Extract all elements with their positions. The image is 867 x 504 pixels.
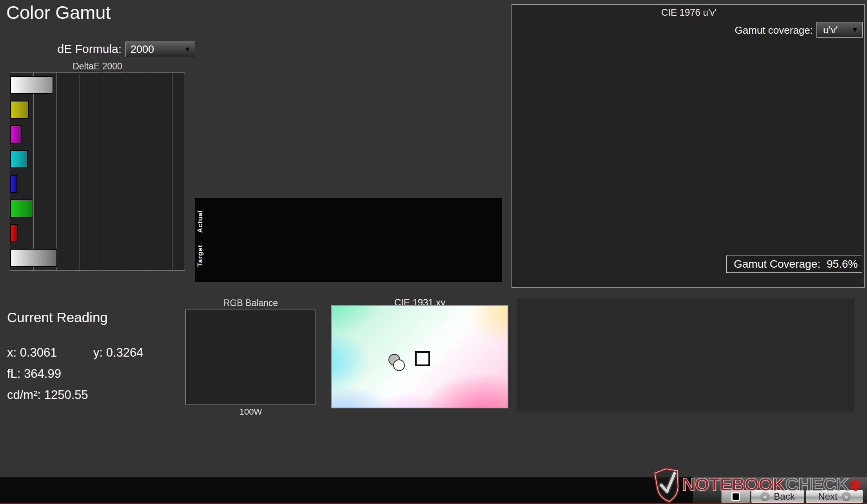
cie1931-diagram <box>331 305 508 408</box>
gamut-coverage-readout: Gamut Coverage: 95.6% <box>726 256 862 273</box>
back-arrow-icon: « <box>760 492 770 501</box>
cie1976-diagram <box>512 5 865 288</box>
deltae-bar-green <box>10 199 33 218</box>
de-formula-dropdown[interactable]: 2000 ▼ <box>125 42 195 57</box>
chevron-down-icon: ▼ <box>184 45 191 54</box>
current-reading-fl: fL: 364.99 <box>7 367 61 381</box>
rgb-balance-x-label: 100W <box>185 407 316 417</box>
current-reading-y: y: 0.3264 <box>93 346 143 360</box>
page-title: Color Gamut <box>6 2 111 23</box>
target-row-label: Target <box>196 238 204 274</box>
de-formula-value: 2000 <box>131 44 154 56</box>
cie1931-target-square <box>415 351 430 366</box>
gridline <box>56 73 57 270</box>
gamut-coverage-value: 95.6% <box>827 258 858 270</box>
gridline <box>33 73 34 270</box>
measurement-table <box>517 299 854 412</box>
stop-icon <box>731 492 740 501</box>
next-button[interactable]: Next » <box>806 490 863 503</box>
deltae-chart <box>10 73 185 271</box>
gamut-coverage-label: Gamut Coverage: <box>734 258 820 270</box>
back-button-label: Back <box>774 491 794 502</box>
actual-target-swatch-strip: Actual Target <box>195 198 502 282</box>
back-button[interactable]: « Back <box>751 490 804 503</box>
deltae-bar-yellow <box>10 101 29 119</box>
deltae-bar-white <box>10 249 57 267</box>
deltae-chart-title: DeltaE 2000 <box>10 61 185 72</box>
next-arrow-icon: » <box>842 492 851 501</box>
current-reading-cd: cd/m²: 1250.55 <box>7 388 88 402</box>
gridline <box>126 73 126 270</box>
gridline <box>80 73 80 270</box>
cie1976-panel: CIE 1976 u'v' Gamut coverage: u'v' ▼ Gam… <box>511 4 865 288</box>
de-formula-label: dE Formula: <box>39 42 122 56</box>
calman-color-gamut-screen: Color Gamut dE Formula: 2000 ▼ DeltaE 20… <box>0 0 867 504</box>
deltae-bar-100w <box>10 76 53 94</box>
stop-button[interactable] <box>721 490 750 503</box>
actual-row-label: Actual <box>196 203 204 239</box>
next-button-label: Next <box>818 491 837 502</box>
gridline <box>149 73 149 270</box>
deltae-bar-blue <box>10 175 17 193</box>
gridline <box>103 73 103 270</box>
gridline <box>172 73 172 270</box>
rgb-balance-chart <box>185 310 316 404</box>
cie1931-measured-point-2 <box>393 359 405 371</box>
deltae-bar-red <box>10 224 18 242</box>
deltae-bar-magenta <box>10 125 22 143</box>
deltae-bar-cyan <box>10 150 28 168</box>
rgb-balance-title: RGB Balance <box>185 298 316 308</box>
current-reading-x: x: 0.3061 <box>7 346 57 360</box>
current-reading-title: Current Reading <box>7 310 108 325</box>
